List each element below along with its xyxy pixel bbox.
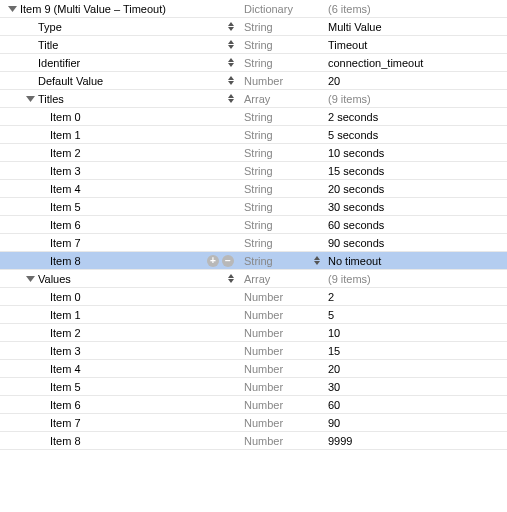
- key-stepper[interactable]: [228, 272, 238, 286]
- table-row[interactable]: Item 6Number60: [0, 396, 507, 414]
- remove-row-button[interactable]: −: [222, 255, 234, 267]
- row-value[interactable]: 60: [328, 399, 340, 411]
- row-type: Number: [244, 399, 283, 411]
- row-value[interactable]: (9 items): [328, 93, 371, 105]
- row-key[interactable]: Item 7: [50, 417, 81, 429]
- row-type: String: [244, 183, 273, 195]
- row-value[interactable]: 20 seconds: [328, 183, 384, 195]
- table-row[interactable]: Item 9 (Multi Value – Timeout)Dictionary…: [0, 0, 507, 18]
- row-value[interactable]: 15: [328, 345, 340, 357]
- row-value[interactable]: 2: [328, 291, 334, 303]
- row-key[interactable]: Item 9 (Multi Value – Timeout): [20, 3, 166, 15]
- row-value[interactable]: 5 seconds: [328, 129, 378, 141]
- table-row[interactable]: Default ValueNumber20: [0, 72, 507, 90]
- table-row[interactable]: Item 7String90 seconds: [0, 234, 507, 252]
- row-key[interactable]: Item 8: [50, 435, 81, 447]
- row-type: String: [244, 255, 273, 267]
- row-key[interactable]: Identifier: [38, 57, 80, 69]
- table-row[interactable]: TypeStringMulti Value: [0, 18, 507, 36]
- row-value[interactable]: Timeout: [328, 39, 367, 51]
- row-key[interactable]: Titles: [38, 93, 64, 105]
- table-row[interactable]: Item 3String15 seconds: [0, 162, 507, 180]
- row-key[interactable]: Item 4: [50, 183, 81, 195]
- row-key[interactable]: Item 2: [50, 147, 81, 159]
- table-row[interactable]: Item 1Number5: [0, 306, 507, 324]
- row-type: String: [244, 237, 273, 249]
- row-key[interactable]: Item 7: [50, 237, 81, 249]
- row-key[interactable]: Item 8: [50, 255, 81, 267]
- row-type: String: [244, 111, 273, 123]
- row-value[interactable]: 10: [328, 327, 340, 339]
- row-value[interactable]: 30: [328, 381, 340, 393]
- row-value[interactable]: (9 items): [328, 273, 371, 285]
- svg-marker-0: [8, 6, 17, 12]
- table-row[interactable]: Item 2Number10: [0, 324, 507, 342]
- table-row[interactable]: ValuesArray(9 items): [0, 270, 507, 288]
- row-value[interactable]: 30 seconds: [328, 201, 384, 213]
- add-remove-buttons[interactable]: +−: [207, 255, 234, 267]
- row-value[interactable]: 5: [328, 309, 334, 321]
- row-value[interactable]: No timeout: [328, 255, 381, 267]
- table-row[interactable]: IdentifierStringconnection_timeout: [0, 54, 507, 72]
- row-key[interactable]: Item 5: [50, 201, 81, 213]
- table-row[interactable]: Item 5String30 seconds: [0, 198, 507, 216]
- table-row[interactable]: Item 0Number2: [0, 288, 507, 306]
- table-row[interactable]: Item 5Number30: [0, 378, 507, 396]
- disclosure-triangle-open-icon[interactable]: [26, 274, 35, 283]
- table-row[interactable]: Item 1String5 seconds: [0, 126, 507, 144]
- table-row[interactable]: Item 7Number90: [0, 414, 507, 432]
- row-type: Number: [244, 417, 283, 429]
- row-key[interactable]: Item 5: [50, 381, 81, 393]
- row-key[interactable]: Default Value: [38, 75, 103, 87]
- table-row[interactable]: Item 4String20 seconds: [0, 180, 507, 198]
- row-type: Number: [244, 75, 283, 87]
- row-key[interactable]: Item 6: [50, 219, 81, 231]
- key-stepper[interactable]: [228, 56, 238, 70]
- row-value[interactable]: 2 seconds: [328, 111, 378, 123]
- row-type: Number: [244, 291, 283, 303]
- type-stepper[interactable]: [314, 254, 324, 268]
- add-row-button[interactable]: +: [207, 255, 219, 267]
- row-value[interactable]: 90 seconds: [328, 237, 384, 249]
- row-key[interactable]: Item 0: [50, 291, 81, 303]
- row-value[interactable]: 20: [328, 75, 340, 87]
- disclosure-triangle-open-icon[interactable]: [8, 4, 17, 13]
- row-value[interactable]: connection_timeout: [328, 57, 423, 69]
- row-key[interactable]: Title: [38, 39, 58, 51]
- table-row[interactable]: Item 2String10 seconds: [0, 144, 507, 162]
- row-key[interactable]: Item 3: [50, 165, 81, 177]
- row-type: Dictionary: [244, 3, 293, 15]
- row-type: Number: [244, 327, 283, 339]
- key-stepper[interactable]: [228, 92, 238, 106]
- row-value[interactable]: 90: [328, 417, 340, 429]
- table-row[interactable]: Item 0String2 seconds: [0, 108, 507, 126]
- row-value[interactable]: 60 seconds: [328, 219, 384, 231]
- disclosure-triangle-open-icon[interactable]: [26, 94, 35, 103]
- row-key[interactable]: Item 3: [50, 345, 81, 357]
- row-value[interactable]: 10 seconds: [328, 147, 384, 159]
- table-row[interactable]: Item 4Number20: [0, 360, 507, 378]
- row-key[interactable]: Values: [38, 273, 71, 285]
- table-row[interactable]: Item 8Number9999: [0, 432, 507, 450]
- row-key[interactable]: Type: [38, 21, 62, 33]
- row-key[interactable]: Item 1: [50, 309, 81, 321]
- key-stepper[interactable]: [228, 38, 238, 52]
- row-type: String: [244, 165, 273, 177]
- row-key[interactable]: Item 6: [50, 399, 81, 411]
- key-stepper[interactable]: [228, 20, 238, 34]
- table-row[interactable]: Item 8+−StringNo timeout: [0, 252, 507, 270]
- row-value[interactable]: (6 items): [328, 3, 371, 15]
- table-row[interactable]: Item 3Number15: [0, 342, 507, 360]
- row-value[interactable]: Multi Value: [328, 21, 382, 33]
- key-stepper[interactable]: [228, 74, 238, 88]
- table-row[interactable]: TitleStringTimeout: [0, 36, 507, 54]
- row-key[interactable]: Item 4: [50, 363, 81, 375]
- row-value[interactable]: 20: [328, 363, 340, 375]
- row-value[interactable]: 9999: [328, 435, 352, 447]
- row-key[interactable]: Item 0: [50, 111, 81, 123]
- table-row[interactable]: Item 6String60 seconds: [0, 216, 507, 234]
- row-value[interactable]: 15 seconds: [328, 165, 384, 177]
- row-key[interactable]: Item 2: [50, 327, 81, 339]
- table-row[interactable]: TitlesArray(9 items): [0, 90, 507, 108]
- row-key[interactable]: Item 1: [50, 129, 81, 141]
